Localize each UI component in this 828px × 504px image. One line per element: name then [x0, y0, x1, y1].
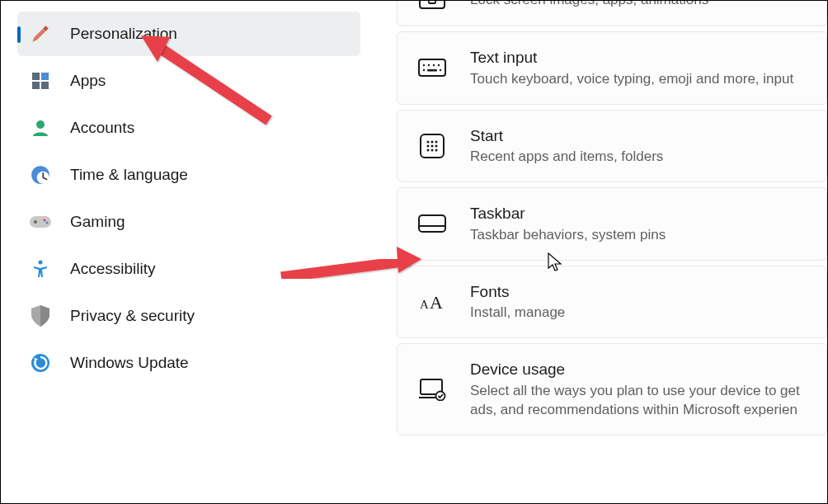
svg-point-30: [427, 148, 430, 151]
sidebar-item-accounts[interactable]: Accounts: [17, 106, 360, 150]
svg-rect-14: [429, 1, 435, 3]
card-subtitle: Lock screen images, apps, animations: [470, 1, 708, 9]
svg-rect-2: [32, 82, 40, 89]
card-title: Device usage: [470, 359, 826, 380]
card-title: Text input: [470, 47, 793, 68]
svg-point-20: [423, 69, 425, 71]
gaming-icon: [29, 210, 52, 233]
svg-point-27: [427, 144, 430, 147]
sidebar-item-apps[interactable]: Apps: [17, 59, 360, 103]
svg-rect-15: [419, 59, 445, 76]
sidebar-item-personalization[interactable]: Personalization: [17, 12, 360, 56]
keyboard-icon: [417, 53, 447, 82]
sidebar-item-time-language[interactable]: Time & language: [17, 153, 360, 197]
card-lock-screen[interactable]: Lock screen images, apps, animations: [397, 1, 827, 26]
svg-point-22: [440, 69, 441, 71]
card-title: Taskbar: [470, 203, 666, 224]
svg-rect-21: [427, 69, 437, 71]
svg-point-25: [431, 140, 434, 143]
sidebar-item-privacy[interactable]: Privacy & security: [17, 294, 360, 338]
paintbrush-icon: [29, 22, 52, 45]
update-icon: [29, 351, 52, 374]
sidebar-item-label: Apps: [70, 72, 106, 90]
sidebar-item-label: Time & language: [70, 166, 188, 184]
svg-point-32: [435, 148, 438, 151]
card-title: Start: [470, 125, 663, 147]
start-icon: [417, 131, 447, 161]
svg-point-26: [435, 140, 438, 143]
card-subtitle: Touch keyboard, voice typing, emoji and …: [470, 70, 793, 89]
fonts-icon: AA: [417, 287, 447, 317]
card-subtitle: Taskbar behaviors, system pins: [470, 226, 666, 245]
device-usage-icon: [417, 374, 447, 404]
card-text-input[interactable]: Text input Touch keyboard, voice typing,…: [397, 31, 827, 105]
card-subtitle: Install, manage: [470, 304, 565, 323]
svg-point-17: [428, 64, 430, 66]
sidebar-item-label: Privacy & security: [70, 307, 195, 325]
card-fonts[interactable]: AA Fonts Install, manage: [397, 266, 827, 339]
main-panel: Lock screen images, apps, animations Tex…: [364, 1, 827, 503]
accounts-icon: [29, 116, 52, 139]
svg-text:A: A: [430, 292, 443, 313]
sidebar-item-label: Gaming: [70, 213, 125, 231]
card-subtitle: Recent apps and items, folders: [470, 148, 663, 167]
svg-point-39: [436, 392, 445, 401]
svg-point-9: [44, 219, 46, 222]
sidebar-item-update[interactable]: Windows Update: [17, 341, 360, 385]
card-subtitle: Select all the ways you plan to use your…: [470, 382, 826, 420]
svg-point-11: [39, 261, 43, 265]
card-title: Fonts: [470, 281, 565, 303]
svg-point-24: [427, 140, 430, 143]
svg-point-29: [435, 144, 438, 147]
card-device-usage[interactable]: Device usage Select all the ways you pla…: [397, 343, 827, 436]
accessibility-icon: [29, 257, 52, 280]
svg-point-4: [36, 120, 45, 129]
sidebar-item-label: Windows Update: [70, 354, 189, 372]
svg-text:A: A: [420, 298, 429, 311]
svg-rect-3: [41, 82, 49, 89]
svg-rect-33: [419, 215, 445, 232]
svg-point-31: [431, 148, 434, 151]
sidebar-item-label: Personalization: [70, 25, 177, 43]
svg-point-10: [46, 222, 49, 224]
sidebar-item-label: Accounts: [70, 119, 134, 137]
apps-icon: [29, 69, 52, 92]
card-taskbar[interactable]: Taskbar Taskbar behaviors, system pins: [397, 187, 827, 261]
sidebar-item-accessibility[interactable]: Accessibility: [17, 247, 360, 291]
lock-screen-icon: [417, 1, 447, 14]
privacy-icon: [29, 304, 52, 327]
taskbar-icon: [417, 209, 447, 238]
sidebar-item-gaming[interactable]: Gaming: [17, 200, 360, 244]
svg-rect-1: [41, 73, 49, 80]
sidebar: Personalization Apps Accounts Time & lan…: [1, 1, 364, 503]
card-start[interactable]: Start Recent apps and items, folders: [397, 110, 827, 183]
svg-point-8: [34, 220, 37, 224]
svg-point-16: [423, 64, 425, 66]
time-language-icon: [29, 163, 52, 186]
sidebar-item-label: Accessibility: [70, 260, 155, 278]
svg-point-28: [431, 144, 434, 147]
svg-rect-0: [32, 73, 40, 80]
svg-point-18: [433, 64, 435, 66]
svg-point-19: [438, 64, 440, 66]
svg-rect-13: [420, 1, 445, 8]
